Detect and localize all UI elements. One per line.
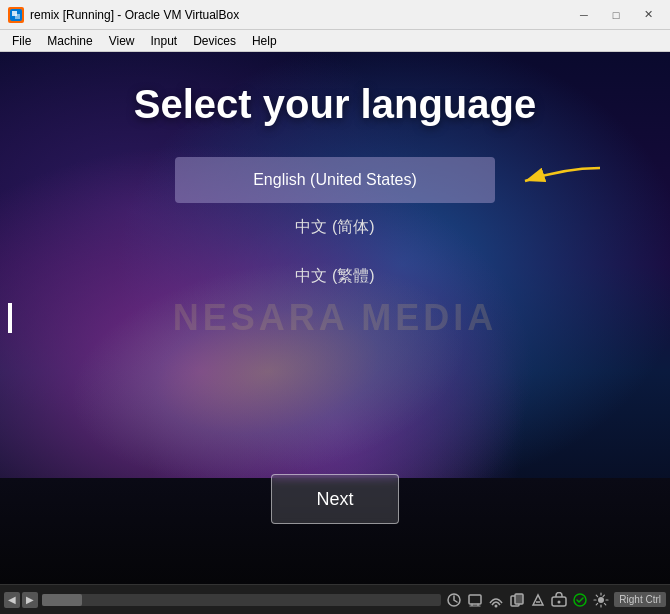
- svg-point-6: [495, 604, 498, 607]
- horizontal-scrollbar[interactable]: [42, 594, 441, 606]
- tray-icon-6[interactable]: [550, 591, 568, 609]
- next-button[interactable]: Next: [271, 474, 399, 524]
- scroll-right-button[interactable]: ▶: [22, 592, 38, 608]
- tray-icon-4[interactable]: [508, 591, 526, 609]
- tray-icon-1[interactable]: [445, 591, 463, 609]
- arrow-annotation: [505, 163, 605, 193]
- language-chinese-traditional[interactable]: 中文 (繁體): [175, 252, 495, 301]
- tray-icon-2[interactable]: [466, 591, 484, 609]
- scroll-left-button[interactable]: ◀: [4, 592, 20, 608]
- tray-icon-7[interactable]: [571, 591, 589, 609]
- svg-rect-5: [469, 595, 481, 604]
- right-ctrl-label: Right Ctrl: [614, 592, 666, 607]
- menu-devices[interactable]: Devices: [185, 30, 244, 51]
- page-title: Select your language: [134, 82, 536, 127]
- minimize-button[interactable]: ─: [570, 5, 598, 25]
- menu-input[interactable]: Input: [143, 30, 186, 51]
- vm-viewport: NESARA MEDIA Select your language Englis…: [0, 52, 670, 584]
- maximize-button[interactable]: □: [602, 5, 630, 25]
- status-scroll-controls: ◀ ▶: [4, 592, 38, 608]
- tray-icon-5[interactable]: [529, 591, 547, 609]
- svg-point-10: [558, 600, 561, 603]
- tray-icon-8[interactable]: [592, 591, 610, 609]
- tray-icon-3[interactable]: [487, 591, 505, 609]
- close-button[interactable]: ✕: [634, 5, 662, 25]
- app-icon: [8, 7, 24, 23]
- title-bar: remix [Running] - Oracle VM VirtualBox ─…: [0, 0, 670, 30]
- tray-icon-group: [445, 591, 610, 609]
- status-tray: Right Ctrl: [445, 591, 666, 609]
- scrollbar-thumb: [42, 594, 82, 606]
- menu-bar: File Machine View Input Devices Help: [0, 30, 670, 52]
- next-button-container: Next: [271, 474, 399, 524]
- window-controls: ─ □ ✕: [570, 5, 662, 25]
- menu-view[interactable]: View: [101, 30, 143, 51]
- language-list: English (United States) 中文 (简体) 中文 (繁體): [175, 157, 495, 301]
- status-bar: ◀ ▶: [0, 584, 670, 614]
- menu-machine[interactable]: Machine: [39, 30, 100, 51]
- svg-rect-2: [15, 14, 20, 19]
- svg-point-12: [598, 597, 604, 603]
- menu-help[interactable]: Help: [244, 30, 285, 51]
- svg-rect-8: [515, 594, 523, 604]
- window-title: remix [Running] - Oracle VM VirtualBox: [30, 8, 570, 22]
- language-chinese-simplified[interactable]: 中文 (简体): [175, 203, 495, 252]
- menu-file[interactable]: File: [4, 30, 39, 51]
- language-english[interactable]: English (United States): [175, 157, 495, 203]
